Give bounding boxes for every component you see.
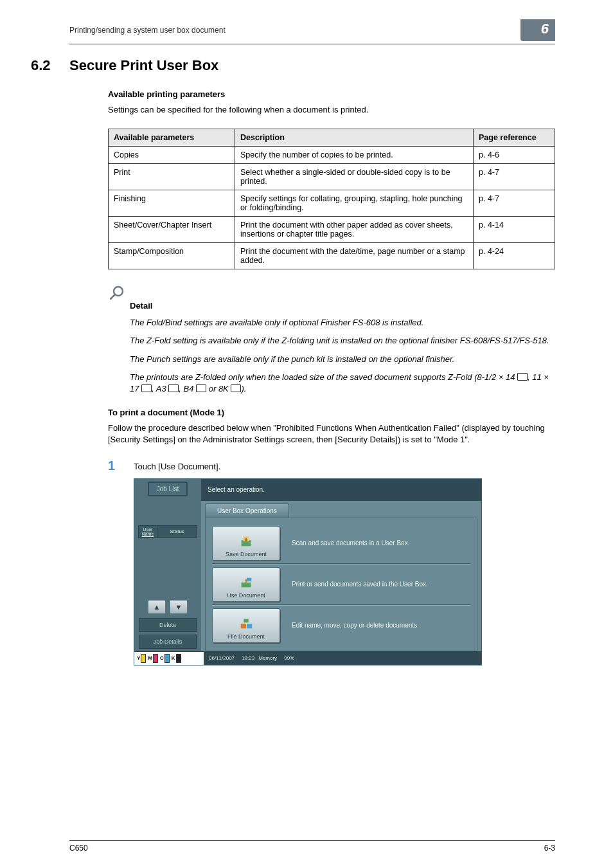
cell: Stamp/Composition (109, 243, 235, 269)
save-document-icon (239, 534, 253, 548)
user-box-operations-tab[interactable]: User Box Operations (205, 503, 289, 518)
cell: Copies (109, 147, 235, 164)
section-title: Secure Print User Box (69, 57, 218, 74)
save-document-desc: Scan and save documents in a User Box. (292, 539, 409, 547)
step-text: Touch [Use Document]. (134, 459, 220, 471)
col-description: Description (235, 129, 474, 147)
mode1-intro: Follow the procedure described below whe… (108, 422, 555, 446)
memory-pct: 99% (284, 655, 294, 661)
svg-rect-8 (244, 619, 248, 622)
file-document-label: File Document (227, 633, 265, 640)
user-status-header[interactable]: User Name Status (138, 525, 197, 538)
use-document-button[interactable]: Use Document (212, 567, 280, 602)
p4-part: , A3 (152, 384, 168, 393)
landscape-icon (196, 384, 206, 392)
arrow-up-button[interactable]: ▲ (148, 600, 166, 614)
table-row: Print Select whether a single-sided or d… (109, 164, 555, 190)
table-row: Stamp/Composition Print the document wit… (109, 243, 555, 269)
use-document-icon (239, 575, 253, 590)
landscape-icon (231, 384, 241, 392)
file-document-desc: Edit name, move, copy or delete document… (292, 622, 419, 629)
arrow-down-button[interactable]: ▼ (170, 600, 188, 614)
detail-p3: The Punch settings are available only if… (130, 354, 555, 365)
job-details-button[interactable]: Job Details (139, 635, 197, 649)
col-pageref: Page reference (474, 129, 555, 147)
memory-label: Memory (258, 655, 277, 661)
chapter-number-badge: 6 (520, 19, 555, 41)
delete-button[interactable]: Delete (139, 618, 197, 632)
cell: Specify settings for collating, grouping… (235, 190, 474, 217)
landscape-icon (168, 384, 179, 392)
cell: p. 4-24 (474, 243, 555, 269)
use-document-desc: Print or send documents saved in the Use… (292, 581, 428, 588)
svg-line-1 (111, 294, 115, 299)
mode1-heading: To print a document (Mode 1) (108, 408, 555, 417)
step-number: 1 (108, 459, 134, 472)
cell: Select whether a single-sided or double-… (235, 164, 474, 190)
cell: Finishing (109, 190, 235, 217)
use-document-label: Use Document (227, 592, 265, 599)
cell: Print the document with the date/time, p… (235, 243, 474, 269)
svg-rect-5 (247, 577, 251, 581)
detail-p1: The Fold/Bind settings are available onl… (130, 317, 555, 329)
detail-p4: The printouts are Z-folded only when the… (130, 372, 555, 395)
col-params: Available parameters (109, 129, 235, 147)
status-header: Status (157, 527, 197, 536)
user-name-header: User Name (139, 526, 157, 538)
parameters-table: Available parameters Description Page re… (108, 129, 555, 269)
landscape-icon (141, 384, 152, 392)
p4-part: ). (241, 384, 246, 393)
table-row: Copies Specify the number of copies to b… (109, 147, 555, 164)
toner-levels: Y M C K (134, 652, 204, 665)
p4-part: or 8K (206, 384, 231, 393)
detail-label: Detail (130, 301, 555, 311)
magnifier-icon (108, 285, 125, 305)
date-value: 06/11/2007 (209, 655, 235, 661)
cell: Print the document with other paper adde… (235, 217, 474, 243)
running-header: Printing/sending a system user box docum… (69, 26, 226, 35)
cell: p. 4-14 (474, 217, 555, 243)
cell: p. 4-7 (474, 190, 555, 217)
table-row: Sheet/Cover/Chapter Insert Print the doc… (109, 217, 555, 243)
cell: Specify the number of copies to be print… (235, 147, 474, 164)
cell: Print (109, 164, 235, 190)
svg-rect-4 (242, 583, 251, 587)
time-value: 18:23 (242, 655, 254, 661)
cell: p. 4-7 (474, 164, 555, 190)
file-document-icon (239, 617, 253, 631)
footer-model: C650 (69, 844, 88, 853)
landscape-icon (517, 373, 528, 381)
save-document-label: Save Document (226, 551, 267, 557)
job-list-button[interactable]: Job List (148, 482, 188, 496)
p4-part: The printouts are Z-folded only when the… (130, 372, 517, 382)
printer-panel-screenshot: Job List Select an operation. User Name … (134, 478, 482, 665)
cell: p. 4-6 (474, 147, 555, 164)
p4-part: , B4 (179, 384, 196, 393)
detail-p2: The Z-Fold setting is available only if … (130, 335, 555, 347)
available-params-heading: Available printing parameters (108, 89, 555, 99)
save-document-button[interactable]: Save Document (212, 526, 280, 561)
table-row: Finishing Specify settings for collating… (109, 190, 555, 217)
footer-page: 6-3 (544, 844, 555, 853)
available-params-intro: Settings can be specified for the follow… (108, 104, 555, 116)
section-number: 6.2 (31, 57, 69, 74)
svg-rect-6 (241, 624, 246, 628)
svg-rect-7 (247, 624, 252, 628)
cell: Sheet/Cover/Chapter Insert (109, 217, 235, 243)
file-document-button[interactable]: File Document (212, 608, 280, 643)
datetime-memory-bar: 06/11/2007 18:23 Memory 99% (204, 652, 481, 665)
instruction-bar: Select an operation. (201, 479, 481, 501)
